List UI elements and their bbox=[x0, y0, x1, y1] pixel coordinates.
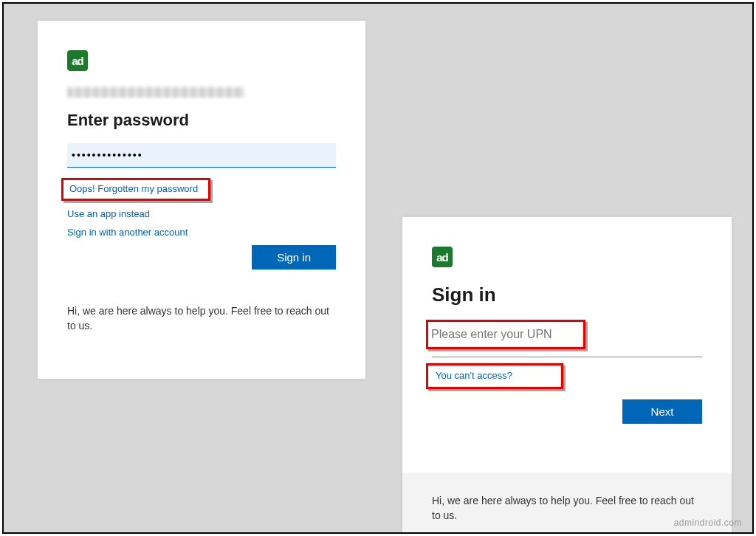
page-title: Sign in bbox=[432, 284, 702, 306]
next-button[interactable]: Next bbox=[622, 399, 702, 424]
upn-input[interactable] bbox=[428, 322, 583, 347]
cant-access-link[interactable]: You can't access? bbox=[436, 370, 512, 381]
other-account-link[interactable]: Sign in with another account bbox=[67, 227, 188, 238]
signin-card: ad Sign in You can't access? Next Hi, we… bbox=[402, 217, 732, 534]
highlight-cant-access: You can't access? bbox=[426, 363, 563, 389]
forgot-password-link[interactable]: Oops! Forgotten my password bbox=[69, 183, 198, 194]
page-title: Enter password bbox=[67, 111, 336, 130]
highlight-upn-input bbox=[426, 320, 585, 349]
input-underline bbox=[432, 357, 702, 357]
redacted-username bbox=[67, 87, 244, 97]
screenshot-frame: ad Enter password Oops! Forgotten my pas… bbox=[2, 2, 754, 534]
password-input[interactable] bbox=[67, 143, 336, 168]
button-row: Sign in bbox=[67, 245, 336, 269]
use-app-link[interactable]: Use an app instead bbox=[67, 208, 150, 219]
highlight-forgot-password: Oops! Forgotten my password bbox=[61, 178, 210, 201]
password-card: ad Enter password Oops! Forgotten my pas… bbox=[38, 21, 365, 379]
brand-logo-icon: ad bbox=[432, 247, 453, 267]
password-field-wrap bbox=[67, 143, 336, 168]
watermark: admindroid.com bbox=[674, 518, 742, 528]
button-row: Next bbox=[432, 399, 702, 424]
sign-in-button[interactable]: Sign in bbox=[252, 245, 336, 269]
help-text: Hi, we are here always to help you. Feel… bbox=[67, 303, 336, 334]
brand-logo-icon: ad bbox=[67, 50, 88, 71]
